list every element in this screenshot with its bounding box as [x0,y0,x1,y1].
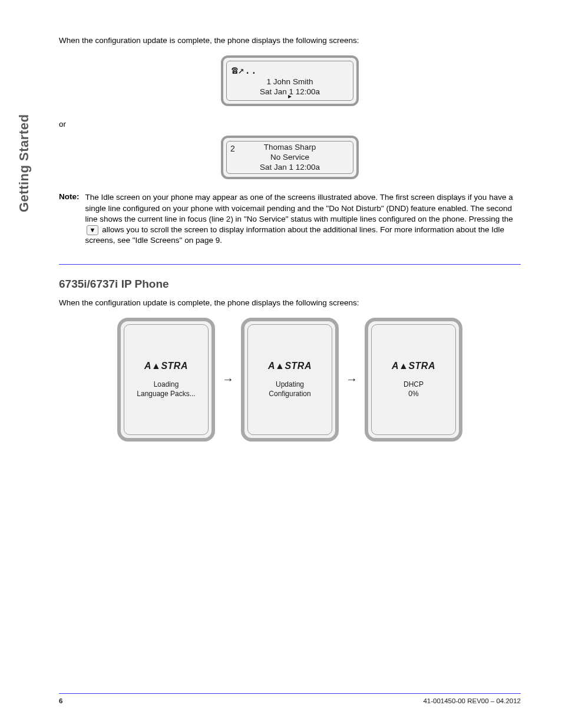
doc-revision: 41-001450-00 REV00 – 04.2012 [423,697,521,704]
lcd-screen-2: 2 Thomas Sharp No Service Sat Jan 1 12:0… [221,136,359,179]
phone2-line1: Updating [269,380,310,389]
model-heading: 6735i/6737i IP Phone [59,278,521,291]
lcd-example-2: 2 Thomas Sharp No Service Sat Jan 1 12:0… [59,136,521,179]
phone3-line2: 0% [404,389,424,398]
phone-screen-loading: A▲STRA Loading Language Packs... [117,318,215,442]
lcd1-line1: 1 John Smith [229,77,351,87]
phone-screen-updating: A▲STRA Updating Configuration [241,318,339,442]
footer-divider [59,693,521,694]
lcd2-line-number: 2 [230,144,235,153]
section-divider [59,264,521,265]
arrow-right-icon: → [221,373,235,386]
phone-screen-dhcp: A▲STRA DHCP 0% [365,318,462,442]
lcd2-status: No Service [228,153,352,163]
lcd-example-1: ☎↗.. 1 John Smith Sat Jan 1 12:00a ▸ [59,55,521,106]
phone-boot-sequence: A▲STRA Loading Language Packs... → A▲STR… [59,318,521,442]
phone3-line1: DHCP [404,380,424,389]
down-arrow-key-icon: ▼ [87,225,99,235]
brand-logo: A▲STRA [144,361,188,371]
lcd1-scroll-arrow-icon: ▸ [288,92,292,100]
arrow-right-icon: → [345,373,359,386]
intro-paragraph-1: When the configuration update is complet… [59,35,521,46]
page-number: 6 [59,697,62,704]
phone1-line2: Language Packs... [137,389,195,398]
page-footer: 6 41-001450-00 REV00 – 04.2012 [59,693,521,704]
brand-logo: A▲STRA [268,361,312,371]
intro-paragraph-2: When the configuration update is complet… [59,298,521,308]
lcd1-status-icons: ☎↗.. [229,61,351,76]
lcd2-name: Thomas Sharp [228,143,352,153]
sidebar-section-label: Getting Started [16,114,32,212]
note-block: Note: The Idle screen on your phone may … [59,192,521,246]
phone2-line2: Configuration [269,389,310,398]
lcd2-datetime: Sat Jan 1 12:00a [228,163,352,173]
brand-logo: A▲STRA [392,361,435,371]
note-label: Note: [59,192,80,246]
phone1-line1: Loading [137,380,195,389]
lcd-screen-1: ☎↗.. 1 John Smith Sat Jan 1 12:00a ▸ [221,55,359,106]
or-text: or [59,119,521,130]
note-text: The Idle screen on your phone may appear… [85,192,521,246]
